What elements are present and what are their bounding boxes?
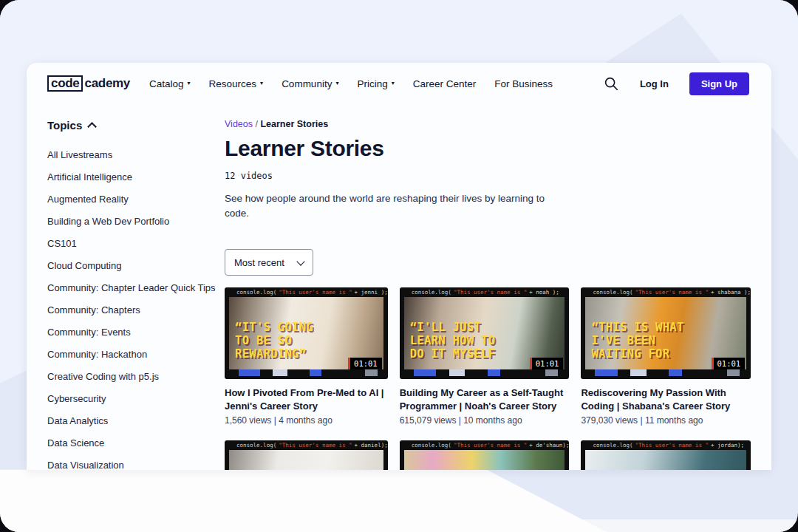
login-link[interactable]: Log In <box>640 78 669 89</box>
signup-button[interactable]: Sign Up <box>689 72 749 95</box>
chevron-down-icon: ▾ <box>392 81 395 86</box>
video-count: 12 videos <box>225 171 749 181</box>
sort-dropdown[interactable]: Most recent <box>225 249 313 276</box>
code-fn: console.log( <box>593 289 632 296</box>
sidebar-item-cs101[interactable]: CS101 <box>47 238 225 249</box>
video-card[interactable]: console.log("This user's name is "+ shab… <box>581 287 751 426</box>
code-string: "This user's name is " <box>279 442 352 449</box>
logo-boxed-text: code <box>47 75 83 92</box>
thumbnail-bottom-bar <box>229 369 383 376</box>
sidebar-item-events[interactable]: Community: Events <box>47 327 225 338</box>
video-card[interactable]: console.log("This user's name is "+ dani… <box>225 440 388 470</box>
nav-item-catalog[interactable]: Catalog ▾ <box>149 78 191 89</box>
page-background: codecademy Catalog ▾ Resources ▾ Communi… <box>0 0 798 532</box>
video-grid: console.log("This user's name is "+ jenn… <box>225 287 749 470</box>
sidebar-item-cloud-computing[interactable]: Cloud Computing <box>47 260 225 271</box>
video-card[interactable]: console.log("This user's name is "+ jenn… <box>225 287 388 426</box>
logo-rest-text: cademy <box>84 76 130 91</box>
code-fn: console.log( <box>236 442 276 449</box>
chevron-down-icon: ▾ <box>260 81 263 86</box>
nav-item-pricing[interactable]: Pricing ▾ <box>357 78 394 89</box>
code-fn: console.log( <box>593 442 632 449</box>
main-content: Videos / Learner Stories Learner Stories… <box>225 119 749 470</box>
code-string: "This user's name is " <box>635 289 709 296</box>
codecademy-logo[interactable]: codecademy <box>47 75 130 92</box>
video-title[interactable]: Building My Career as a Self-Taught Prog… <box>400 386 570 412</box>
topics-list: All Livestreams Artificial Intelligence … <box>47 149 225 470</box>
duration-badge: 01:01 <box>712 358 746 369</box>
video-card[interactable]: console.log("This user's name is "+ noah… <box>400 287 570 426</box>
sidebar-item-chapters[interactable]: Community: Chapters <box>47 304 225 316</box>
video-thumbnail[interactable]: console.log("This user's name is "+ noah… <box>400 287 570 379</box>
video-thumbnail[interactable]: console.log("This user's name is "+ dani… <box>225 440 388 470</box>
thumbnail-quote-text: “THIS IS WHAT I'VE BEEN WAITING FOR <box>591 321 683 361</box>
thumbnail-code-line: console.log("This user's name is "+ jenn… <box>225 287 388 297</box>
thumbnail-code-line: console.log("This user's name is "+ shab… <box>581 287 751 297</box>
video-thumbnail[interactable]: console.log("This user's name is "+ shab… <box>581 287 751 379</box>
thumbnail-photo: “IT'S GOING TO BE SO REWARDING” 01:01 <box>229 297 383 369</box>
code-string: "This user's name is " <box>454 289 527 296</box>
video-thumbnail[interactable]: console.log("This user's name is "+ jord… <box>581 440 751 470</box>
thumbnail-code-line: console.log("This user's name is "+ de's… <box>400 440 570 450</box>
sidebar-item-all-livestreams[interactable]: All Livestreams <box>47 149 225 160</box>
nav-item-label: Career Center <box>413 78 477 89</box>
thumbnail-photo <box>229 450 383 470</box>
video-card[interactable]: console.log("This user's name is "+ de's… <box>400 440 570 470</box>
duration-badge: 01:01 <box>530 358 564 369</box>
code-rest: + daniel); <box>355 442 388 449</box>
thumbnail-code-line: console.log("This user's name is "+ dani… <box>225 440 388 450</box>
sidebar-item-creative-coding-p5js[interactable]: Creative Coding with p5.js <box>47 371 225 382</box>
nav-item-label: For Business <box>494 78 553 89</box>
code-rest: + de'shaun); <box>529 442 569 449</box>
code-fn: console.log( <box>236 289 276 296</box>
video-meta: 615,079 views | 10 months ago <box>400 415 570 426</box>
nav-item-label: Catalog <box>149 78 184 89</box>
video-meta: 379,030 views | 11 months ago <box>581 415 751 426</box>
chevron-down-icon: ▾ <box>188 81 191 86</box>
sidebar-item-hackathon[interactable]: Community: Hackathon <box>47 349 225 360</box>
sidebar-item-data-analytics[interactable]: Data Analytics <box>47 415 225 426</box>
sidebar-item-web-dev-portfolio[interactable]: Building a Web Dev Portfolio <box>47 216 225 227</box>
code-rest: + jordan); <box>711 442 744 449</box>
search-icon[interactable] <box>603 75 619 92</box>
code-fn: console.log( <box>412 442 451 449</box>
topics-heading[interactable]: Topics <box>47 119 225 132</box>
nav-item-label: Pricing <box>357 78 387 89</box>
chevron-down-icon: ▾ <box>335 81 338 86</box>
video-card[interactable]: console.log("This user's name is "+ jord… <box>581 440 751 470</box>
sidebar-item-data-visualization[interactable]: Data Visualization <box>47 460 225 470</box>
chevron-down-icon <box>296 257 304 265</box>
top-navbar: codecademy Catalog ▾ Resources ▾ Communi… <box>27 63 771 104</box>
code-rest: + noah ); <box>529 289 559 296</box>
nav-item-career-center[interactable]: Career Center <box>413 78 477 89</box>
thumbnail-bottom-bar <box>404 369 565 376</box>
video-meta: 1,560 views | 4 months ago <box>225 415 388 426</box>
breadcrumb-videos-link[interactable]: Videos <box>225 119 253 129</box>
content-area: Topics All Livestreams Artificial Intell… <box>27 104 771 470</box>
nav-right-group: Log In Sign Up <box>603 72 749 95</box>
nav-item-label: Resources <box>209 78 257 89</box>
thumbnail-photo <box>585 450 746 470</box>
nav-item-community[interactable]: Community ▾ <box>282 78 338 89</box>
sidebar-item-data-science[interactable]: Data Science <box>47 437 225 449</box>
nav-item-resources[interactable]: Resources ▾ <box>209 78 264 89</box>
video-thumbnail[interactable]: console.log("This user's name is "+ de's… <box>400 440 570 470</box>
thumbnail-bottom-bar <box>585 369 746 376</box>
duration-badge: 01:01 <box>348 358 382 369</box>
video-title[interactable]: How I Pivoted From Pre-Med to AI | Jenni… <box>225 386 388 412</box>
sidebar-item-cybersecurity[interactable]: Cybersecurity <box>47 393 225 404</box>
thumbnail-photo: “THIS IS WHAT I'VE BEEN WAITING FOR 01:0… <box>585 297 746 369</box>
sidebar-item-chapter-leader-quick-tips[interactable]: Community: Chapter Leader Quick Tips <box>47 282 225 293</box>
nav-menu: Catalog ▾ Resources ▾ Community ▾ Pricin… <box>149 78 553 89</box>
breadcrumb-separator: / <box>255 119 257 129</box>
breadcrumb: Videos / Learner Stories <box>225 119 749 129</box>
sidebar-item-artificial-intelligence[interactable]: Artificial Intelligence <box>47 171 225 183</box>
nav-item-for-business[interactable]: For Business <box>494 78 553 89</box>
sidebar-item-augmented-reality[interactable]: Augmented Reality <box>47 194 225 205</box>
video-thumbnail[interactable]: console.log("This user's name is "+ jenn… <box>225 287 388 379</box>
chevron-up-icon <box>87 122 97 132</box>
video-title[interactable]: Rediscovering My Passion With Coding | S… <box>581 386 751 412</box>
code-rest: + shabana ); <box>711 289 751 296</box>
thumbnail-quote-text: “IT'S GOING TO BE SO REWARDING” <box>235 321 313 361</box>
breadcrumb-current: Learner Stories <box>260 119 328 129</box>
